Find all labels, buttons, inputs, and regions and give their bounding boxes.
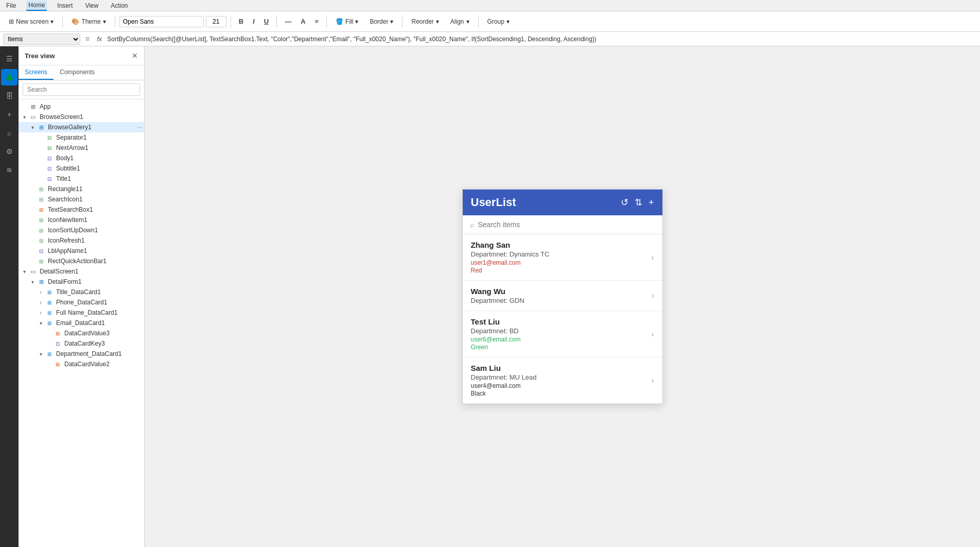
tree-item-icon-sort[interactable]: ⊟ IconSortUpDown1 [19, 225, 144, 235]
tree-label-app: App [40, 103, 50, 110]
gallery-menu-icon[interactable]: ··· [137, 124, 142, 131]
tree-item-email-card[interactable]: ▾ ⊞ Email_DataCard1 [19, 318, 144, 328]
list-item-zhang-san[interactable]: Zhang San Departmnet: Dynamics TC user1@… [463, 234, 662, 281]
menu-file[interactable]: File [4, 1, 18, 10]
tree-item-rect-quick[interactable]: ⊟ RectQuickActionBar1 [19, 256, 144, 266]
expand-arrow-title-card: › [37, 289, 44, 295]
user-dept-3: Departmnet: MU Lead [471, 373, 652, 381]
tree-item-body[interactable]: ⊡ Body1 [19, 153, 144, 163]
fill-icon: 🪣 [336, 18, 343, 25]
rectquick-icon: ⊟ [37, 257, 45, 265]
italic-button[interactable]: I [249, 15, 258, 28]
font-selector[interactable] [119, 16, 204, 27]
phone-frame: UserList ↺ ⇅ + ⌕ Zhang San Departmnet [462, 189, 663, 404]
tree-item-lbl-app[interactable]: ⊡ LblAppName1 [19, 246, 144, 256]
tab-screens[interactable]: Screens [19, 65, 54, 80]
tree-item-detail-screen[interactable]: ▾ ▭ DetailScreen1 [19, 266, 144, 277]
list-item-sam-liu[interactable]: Sam Liu Departmnet: MU Lead user4@email.… [463, 357, 662, 404]
chevron-icon-2: › [651, 330, 654, 339]
tree-item-text-search[interactable]: ⊞ TextSearchBox1 [19, 204, 144, 215]
search-input[interactable] [478, 220, 655, 229]
menu-view[interactable]: View [83, 1, 100, 10]
emailcard-icon: ⊞ [45, 319, 54, 327]
property-selector[interactable]: Items [3, 33, 80, 45]
sidebar-plus-icon[interactable]: + [1, 106, 18, 123]
list-item-wang-wu[interactable]: Wang Wu Departmnet: GDN › [463, 281, 662, 311]
tree-item-rectangle[interactable]: ⊟ Rectangle11 [19, 184, 144, 194]
align-button[interactable]: ≡ [311, 15, 323, 28]
align-arrow: ▾ [466, 18, 469, 25]
font-size[interactable] [206, 16, 226, 27]
tree-item-icon-new[interactable]: ⊟ IconNewItem1 [19, 215, 144, 225]
iconrefresh-icon: ⊟ [37, 236, 45, 245]
tree-item-datacardkey3[interactable]: ⊡ DataCardKey3 [19, 338, 144, 349]
sidebar-data-icon[interactable]: 🗄 [1, 88, 18, 104]
tree-label-browse-screen: BrowseScreen1 [40, 113, 83, 121]
fill-button[interactable]: 🪣 Fill ▾ [331, 15, 363, 28]
border-arrow: ▾ [390, 18, 393, 25]
list-item-test-liu[interactable]: Test Liu Departmnet: BD user6@email.com … [463, 311, 662, 357]
dcv3-icon: ⊞ [54, 329, 62, 337]
tree-label-title1: Title1 [56, 175, 71, 182]
deptcard-icon: ⊞ [45, 350, 54, 358]
tree-item-browse-gallery[interactable]: ▾ ⊞ BrowseGallery1 ··· [19, 122, 144, 132]
sidebar-hamburger-icon[interactable]: ☰ [1, 50, 18, 67]
sidebar-settings-icon[interactable]: ⚙ [1, 143, 18, 160]
formula-input[interactable] [107, 36, 977, 43]
group-button[interactable]: Group ▾ [483, 15, 514, 28]
tree-item-title1[interactable]: ⊡ Title1 [19, 174, 144, 184]
menu-insert[interactable]: Insert [55, 1, 75, 10]
border-label: Border [370, 18, 388, 25]
subtitle-icon: ⊡ [45, 164, 54, 173]
tree-item-next-arrow[interactable]: ⊟ NextArrow1 [19, 143, 144, 153]
new-screen-button[interactable]: ⊞ New screen ▾ [4, 15, 58, 28]
tree-item-datacardvalue2[interactable]: ⊞ DataCardValue2 [19, 359, 144, 369]
menu-home[interactable]: Home [26, 1, 47, 11]
separator-1 [62, 15, 63, 28]
separator-7 [478, 15, 479, 28]
body-icon: ⊡ [45, 154, 54, 162]
sort-icon[interactable]: ⇅ [635, 197, 642, 208]
bold-button[interactable]: B [235, 15, 247, 28]
tree-tabs: Screens Components [19, 65, 144, 80]
strikethrough-button[interactable]: — [281, 15, 295, 28]
tree-search [19, 80, 144, 99]
tree-item-browse-screen[interactable]: ▾ ▭ BrowseScreen1 [19, 112, 144, 122]
list-item-content-3: Sam Liu Departmnet: MU Lead user4@email.… [471, 364, 652, 397]
underline-button[interactable]: U [260, 15, 272, 28]
tree-label-datacardvalue2: DataCardValue2 [64, 361, 110, 368]
chevron-icon-1: › [651, 291, 654, 300]
theme-button[interactable]: 🎨 Theme ▾ [67, 15, 110, 28]
expand-arrow-gallery: ▾ [29, 125, 36, 130]
new-screen-icon: ⊞ [9, 18, 14, 25]
tree-label-datacardkey3: DataCardKey3 [64, 340, 105, 347]
tree-item-separator[interactable]: ⊟ Separator1 [19, 132, 144, 143]
tree-label-rect-quick: RectQuickActionBar1 [48, 258, 107, 265]
tree-item-fullname-card[interactable]: › ⊞ Full Name_DataCard1 [19, 307, 144, 318]
tab-components[interactable]: Components [54, 65, 101, 80]
menu-action[interactable]: Action [109, 1, 130, 10]
sidebar-tree-icon[interactable]: 🌲 [1, 69, 18, 86]
tree-item-subtitle[interactable]: ⊡ Subtitle1 [19, 163, 144, 174]
text-size-button[interactable]: A [297, 15, 309, 28]
tree-item-icon-refresh[interactable]: ⊟ IconRefresh1 [19, 235, 144, 246]
tree-item-phone-card[interactable]: › ⊞ Phone_DataCard1 [19, 297, 144, 307]
border-button[interactable]: Border ▾ [365, 15, 398, 28]
sidebar-search-icon[interactable]: ⌕ [1, 125, 18, 141]
tree-search-input[interactable] [23, 83, 140, 96]
tree-item-app[interactable]: ⊞ App [19, 101, 144, 112]
align-text-button[interactable]: Align ▾ [446, 15, 474, 28]
reorder-button[interactable]: Reorder ▾ [407, 15, 443, 28]
tree-label-lbl-app: LblAppName1 [48, 247, 87, 254]
close-icon[interactable]: ✕ [132, 52, 138, 60]
expand-arrow-phone-card: › [37, 300, 44, 305]
expand-arrow-browse-screen: ▾ [21, 114, 28, 120]
tree-item-title-card[interactable]: › ⊞ Title_DataCard1 [19, 287, 144, 297]
tree-item-detail-form[interactable]: ▾ ⊞ DetailForm1 [19, 277, 144, 287]
add-icon[interactable]: + [649, 197, 654, 208]
refresh-icon[interactable]: ↺ [621, 197, 628, 208]
tree-item-datacardvalue3[interactable]: ⊞ DataCardValue3 [19, 328, 144, 338]
sidebar-variables-icon[interactable]: ≋ [1, 162, 18, 178]
tree-item-dept-card[interactable]: ▾ ⊞ Department_DataCard1 [19, 349, 144, 359]
tree-item-search-icon[interactable]: ⊟ SearchIcon1 [19, 194, 144, 204]
